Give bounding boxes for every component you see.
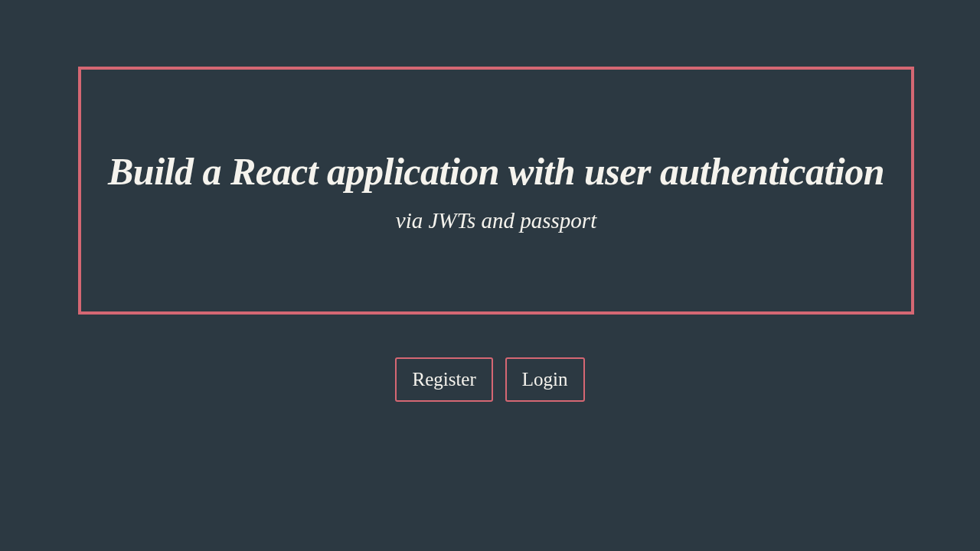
hero-subtitle: via JWTs and passport — [396, 208, 596, 233]
hero-title: Build a React application with user auth… — [108, 148, 884, 194]
login-button[interactable]: Login — [505, 357, 585, 402]
register-button[interactable]: Register — [395, 357, 492, 402]
button-row: Register Login — [0, 357, 980, 402]
hero-box: Build a React application with user auth… — [78, 67, 914, 315]
